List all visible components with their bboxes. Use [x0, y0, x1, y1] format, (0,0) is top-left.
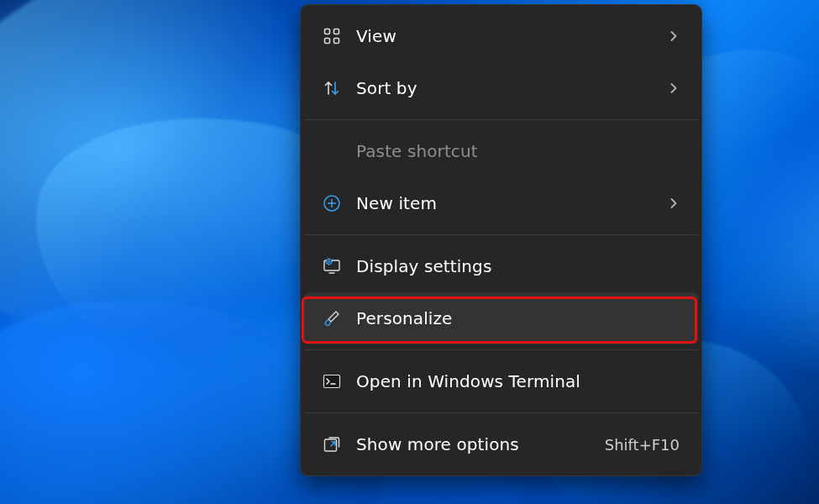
menu-separator — [304, 412, 698, 413]
svg-rect-2 — [325, 39, 330, 44]
terminal-icon — [321, 370, 343, 392]
menu-item-label: Open in Windows Terminal — [356, 371, 680, 391]
menu-separator — [304, 119, 698, 120]
menu-item-label: Paste shortcut — [356, 141, 680, 161]
paintbrush-icon — [321, 307, 343, 329]
menu-item-new-item[interactable]: New item — [304, 177, 698, 229]
sort-arrows-icon — [321, 77, 343, 99]
menu-separator — [304, 234, 698, 235]
chevron-right-icon — [668, 197, 680, 209]
menu-item-label: Personalize — [356, 308, 680, 328]
svg-rect-1 — [334, 29, 339, 34]
expand-window-icon — [321, 433, 343, 455]
menu-item-personalize[interactable]: Personalize — [304, 292, 698, 344]
chevron-right-icon — [668, 82, 680, 94]
menu-item-paste-shortcut: Paste shortcut — [304, 125, 698, 177]
menu-item-view[interactable]: View — [304, 10, 698, 62]
chevron-right-icon — [668, 30, 680, 42]
menu-item-open-terminal[interactable]: Open in Windows Terminal — [304, 355, 698, 407]
menu-item-label: Show more options — [356, 434, 605, 454]
svg-rect-0 — [325, 29, 330, 34]
menu-item-label: Display settings — [356, 256, 680, 276]
display-settings-gear-icon — [321, 255, 343, 277]
view-grid-icon — [321, 25, 343, 47]
keyboard-shortcut: Shift+F10 — [605, 436, 680, 454]
menu-item-label: New item — [356, 193, 668, 213]
menu-item-show-more-options[interactable]: Show more options Shift+F10 — [304, 418, 698, 470]
menu-item-display-settings[interactable]: Display settings — [304, 240, 698, 292]
svg-rect-3 — [334, 39, 339, 44]
menu-item-label: View — [356, 26, 668, 46]
svg-rect-17 — [324, 375, 340, 388]
menu-separator — [304, 349, 698, 350]
menu-item-label: Sort by — [356, 78, 668, 98]
plus-circle-icon — [321, 192, 343, 214]
menu-item-sort-by[interactable]: Sort by — [304, 62, 698, 114]
desktop-context-menu: View Sort by — [300, 4, 702, 476]
